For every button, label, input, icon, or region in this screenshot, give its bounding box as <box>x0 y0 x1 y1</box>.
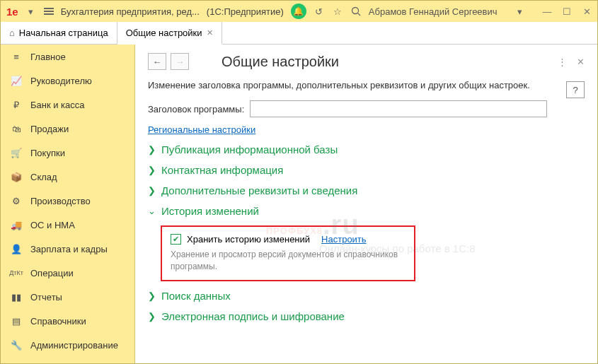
section-extra[interactable]: ❯Дополнительные реквизиты и сведения <box>148 184 585 196</box>
sidebar-item-salary[interactable]: 👤Зарплата и кадры <box>1 237 134 261</box>
chevron-right-icon: ❯ <box>148 165 156 175</box>
help-button[interactable]: ? <box>566 81 585 98</box>
nav-forward-button[interactable]: → <box>171 53 189 70</box>
bars-icon: ▮▮ <box>11 291 22 303</box>
svg-line-1 <box>357 13 360 16</box>
chevron-right-icon: ❯ <box>148 185 156 196</box>
more-icon[interactable]: ⋮ <box>558 57 567 67</box>
svg-point-0 <box>352 8 358 14</box>
sidebar-item-manager[interactable]: 📈Руководителю <box>1 69 134 93</box>
section-signature[interactable]: ❯Электронная подпись и шифрование <box>148 310 585 322</box>
book-icon: ▤ <box>11 315 22 327</box>
sidebar-item-reports[interactable]: ▮▮Отчеты <box>1 285 134 309</box>
sidebar-item-admin[interactable]: 🔧Администрирование <box>1 333 134 357</box>
page-toolbar: ← → Общие настройки ⋮ ✕ <box>148 53 585 70</box>
sidebar-item-main[interactable]: ≡Главное <box>1 45 134 69</box>
tab-home-label: Начальная страница <box>19 28 108 38</box>
list-icon: ≡ <box>11 51 22 62</box>
program-title-label: Заголовок программы: <box>148 104 244 115</box>
chevron-down-icon: ⌄ <box>148 206 156 216</box>
gear-icon: ⚙ <box>11 195 22 206</box>
titlebar: 1e ▾ Бухгалтерия предприятия, ред... (1С… <box>1 1 597 22</box>
box-icon: 📦 <box>11 171 22 182</box>
chart-icon: 📈 <box>11 75 22 86</box>
platform-label: (1С:Предприятие) <box>207 6 284 17</box>
sidebar-item-bank[interactable]: ₽Банк и касса <box>1 93 134 117</box>
ruble-icon: ₽ <box>11 99 22 110</box>
sidebar-item-assets[interactable]: 🚚ОС и НМА <box>1 213 134 237</box>
chevron-right-icon: ❯ <box>148 144 156 155</box>
caret-icon[interactable]: ▾ <box>514 6 525 17</box>
section-search[interactable]: ❯Поиск данных <box>148 290 585 302</box>
chevron-right-icon: ❯ <box>148 290 156 301</box>
store-history-label: Хранить историю изменений <box>187 234 310 245</box>
configure-history-link[interactable]: Настроить <box>321 234 367 245</box>
program-title-input[interactable] <box>250 100 547 117</box>
user-name[interactable]: Абрамов Геннадий Сергеевич <box>369 6 498 17</box>
menu-icon[interactable] <box>44 8 54 15</box>
truck-icon: 🚚 <box>11 219 22 230</box>
person-icon: 👤 <box>11 243 22 254</box>
bag-icon: 🛍 <box>11 123 22 134</box>
ops-icon: ДтКт <box>11 267 22 278</box>
bell-icon[interactable]: 🔔 <box>291 4 306 19</box>
sidebar-item-catalogs[interactable]: ▤Справочники <box>1 309 134 333</box>
nav-back-button[interactable]: ← <box>148 53 166 70</box>
logo-1c: 1e <box>6 6 18 18</box>
main-content: ПРОФБУХ8.ru Онлайн-курсы по работе в 1С:… <box>135 45 597 363</box>
close-page-icon[interactable]: ✕ <box>577 57 585 67</box>
search-icon[interactable] <box>350 6 362 17</box>
sidebar-item-production[interactable]: ⚙Производство <box>1 189 134 213</box>
history-hint: Хранение и просмотр версий документов и … <box>171 249 406 273</box>
sidebar-item-sales[interactable]: 🛍Продажи <box>1 117 134 141</box>
section-publication[interactable]: ❯Публикация информационной базы <box>148 143 585 155</box>
sidebar-item-operations[interactable]: ДтКтОперации <box>1 261 134 285</box>
maximize-button[interactable]: ☐ <box>562 6 572 16</box>
chevron-right-icon: ❯ <box>148 311 156 322</box>
store-history-checkbox[interactable]: ✔ <box>171 234 181 245</box>
page-title: Общие настройки <box>222 54 339 70</box>
home-icon: ⌂ <box>9 28 15 38</box>
cart-icon: 🛒 <box>11 147 22 158</box>
history-icon[interactable]: ↺ <box>314 6 325 17</box>
tab-close-icon[interactable]: ✕ <box>207 28 213 37</box>
app-title: Бухгалтерия предприятия, ред... <box>61 6 200 17</box>
history-highlight-box: ✔ Хранить историю изменений Настроить Хр… <box>161 225 415 281</box>
minimize-button[interactable]: — <box>542 6 552 16</box>
section-contact[interactable]: ❯Контактная информация <box>148 164 585 176</box>
regional-settings-link[interactable]: Региональные настройки <box>148 124 255 135</box>
close-window-button[interactable]: ✕ <box>582 6 592 16</box>
tabbar: ⌂ Начальная страница Общие настройки ✕ <box>1 22 597 45</box>
tab-active-label: Общие настройки <box>126 28 202 38</box>
tab-general-settings[interactable]: Общие настройки ✕ <box>117 22 222 45</box>
sidebar: ≡Главное 📈Руководителю ₽Банк и касса 🛍Пр… <box>1 45 135 363</box>
tab-home[interactable]: ⌂ Начальная страница <box>1 22 117 44</box>
sidebar-item-purchases[interactable]: 🛒Покупки <box>1 141 134 165</box>
page-description: Изменение заголовка программы, дополните… <box>148 80 585 90</box>
dropdown-icon[interactable]: ▾ <box>25 6 37 17</box>
sidebar-item-warehouse[interactable]: 📦Склад <box>1 165 134 189</box>
section-history[interactable]: ⌄История изменений <box>148 205 585 217</box>
star-icon[interactable]: ☆ <box>332 6 343 17</box>
wrench-icon: 🔧 <box>11 339 22 351</box>
